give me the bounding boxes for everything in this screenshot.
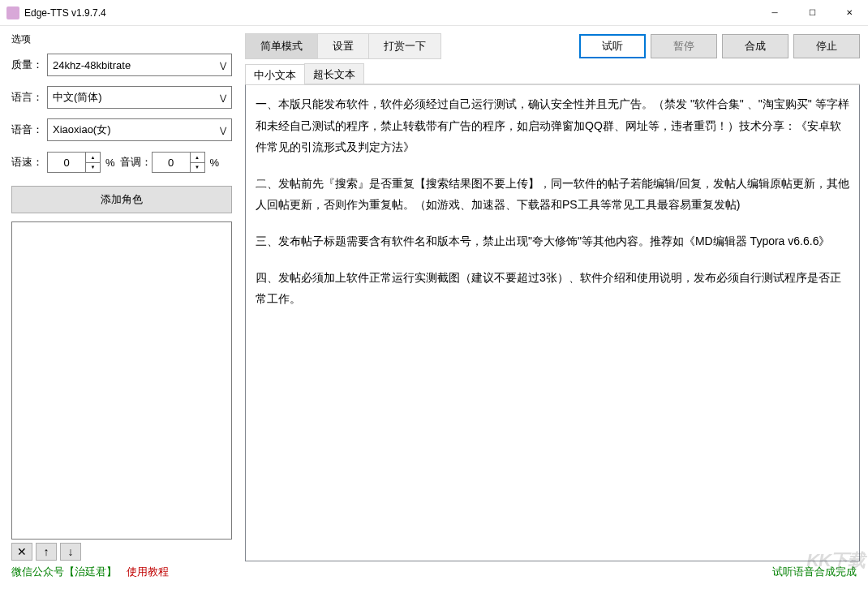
titlebar: Edge-TTS v1.9.7.4 ─ ☐ ✕ [0,0,868,26]
speed-input[interactable]: 0 [47,152,86,173]
text-paragraph: 二、发帖前先『搜索』是否重复【搜索结果图不要上传】，同一软件的帖子若能编辑/回复… [256,173,849,216]
quality-select[interactable]: 24khz-48kbitrate ⋁ [47,54,232,76]
pause-button[interactable]: 暂停 [651,34,717,58]
speed-label: 语速： [11,155,47,170]
app-icon [6,6,19,19]
move-down-button[interactable]: ↓ [60,543,81,561]
language-select[interactable]: 中文(简体) ⋁ [47,86,232,109]
close-button[interactable]: ✕ [831,0,868,26]
status-tutorial[interactable]: 使用教程 [127,565,169,579]
spin-up-icon[interactable]: ▲ [191,153,204,163]
language-label: 语言： [11,90,47,105]
quality-value: 24khz-48kbitrate [53,59,131,71]
status-wechat[interactable]: 微信公众号【治廷君】 [11,565,117,579]
voice-value: Xiaoxiao(女) [53,123,111,137]
speed-spinner[interactable]: ▲ ▼ [86,152,101,173]
move-up-button[interactable]: ↑ [36,543,57,561]
window-title: Edge-TTS v1.9.7.4 [24,7,756,19]
spin-down-icon[interactable]: ▼ [86,163,100,173]
role-list[interactable] [11,221,232,540]
text-tabs: 中小文本 超长文本 [245,63,860,84]
percent-label: % [105,157,115,169]
quality-label: 质量： [11,58,47,72]
mode-tabs: 简单模式 设置 打赏一下 [245,33,441,59]
content-panel: 简单模式 设置 打赏一下 试听 暂停 合成 停止 中小文本 超长文本 一、本版只… [243,26,868,561]
text-paragraph: 四、发帖必须加上软件正常运行实测截图（建议不要超过3张）、软件介绍和使用说明，发… [256,267,849,310]
pitch-label: 音调： [120,155,152,170]
text-paragraph: 一、本版只能发布软件，软件必须经过自己运行测试，确认安全性并且无广告。（禁发 "… [256,93,849,158]
x-icon: ✕ [17,545,27,558]
status-bar: 微信公众号【治廷君】 使用教程 试听语音合成完成 [0,561,868,583]
minimize-button[interactable]: ─ [756,0,793,26]
spin-down-icon[interactable]: ▼ [191,163,204,173]
voice-select[interactable]: Xiaoxiao(女) ⋁ [47,118,232,141]
tab-small-text[interactable]: 中小文本 [245,64,305,84]
chevron-down-icon: ⋁ [220,61,226,70]
options-label: 选项 [11,32,232,46]
percent-label: % [210,157,220,169]
tab-long-text[interactable]: 超长文本 [304,63,364,84]
options-panel: 选项 质量： 24khz-48kbitrate ⋁ 语言： 中文(简体) ⋁ 语… [0,26,243,561]
text-paragraph: 三、发布帖子标题需要含有软件名和版本号，禁止出现"夸大修饰"等其他内容。推荐如《… [256,230,849,252]
maximize-button[interactable]: ☐ [793,0,831,26]
add-role-button[interactable]: 添加角色 [11,186,232,213]
chevron-down-icon: ⋁ [220,126,226,135]
synthesize-button[interactable]: 合成 [722,34,789,58]
pitch-spinner[interactable]: ▲ ▼ [191,152,205,173]
voice-label: 语音： [11,123,47,137]
chevron-down-icon: ⋁ [220,93,226,102]
spin-up-icon[interactable]: ▲ [86,153,100,163]
preview-button[interactable]: 试听 [579,34,646,58]
delete-role-button[interactable]: ✕ [11,543,32,561]
arrow-down-icon: ↓ [68,545,74,558]
text-input[interactable]: 一、本版只能发布软件，软件必须经过自己运行测试，确认安全性并且无广告。（禁发 "… [245,84,860,561]
tab-simple-mode[interactable]: 简单模式 [246,34,318,58]
status-message: 试听语音合成完成 [772,565,857,579]
tab-settings[interactable]: 设置 [318,34,369,58]
pitch-input[interactable]: 0 [152,152,191,173]
tab-donate[interactable]: 打赏一下 [369,34,440,58]
stop-button[interactable]: 停止 [793,34,860,58]
language-value: 中文(简体) [53,90,102,105]
arrow-up-icon: ↑ [44,545,49,558]
window-controls: ─ ☐ ✕ [756,0,868,26]
